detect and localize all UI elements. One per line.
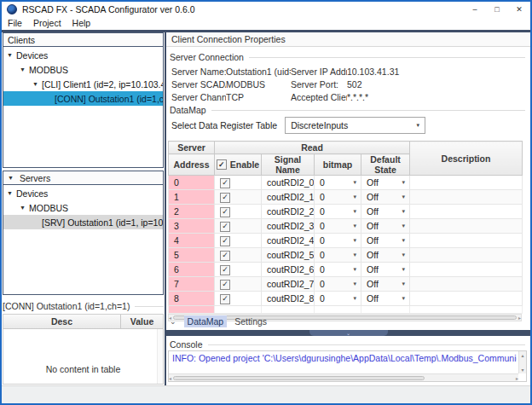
scroll-left-icon[interactable]: ◂ (169, 375, 171, 381)
signal-name-cell[interactable]: coutRDI2_3 (262, 219, 315, 234)
dropdown-arrow-icon[interactable]: ▾ (353, 179, 356, 186)
console-hscrollbar[interactable]: ◂ ▸ (169, 373, 518, 381)
default-state-cell[interactable]: Off▾ (361, 292, 410, 306)
description-cell[interactable] (410, 190, 523, 205)
tree-item[interactable]: [CONN] Outstation1 (id=1,ch=1) (3, 91, 163, 106)
dropdown-arrow-icon[interactable]: ▾ (402, 281, 405, 287)
splitter-handle[interactable]: ⌄ (309, 330, 388, 336)
checkbox-checked-icon[interactable]: ✓ (217, 159, 227, 170)
bitmap-cell[interactable]: 0▾ (315, 277, 361, 292)
signal-name-cell[interactable]: coutRDI2_0 (262, 176, 315, 190)
default-state-cell[interactable]: Off▾ (361, 234, 410, 248)
expander-icon[interactable]: ▼ (7, 190, 16, 196)
dropdown-arrow-icon[interactable]: ▾ (353, 295, 356, 302)
col-signal-name[interactable]: Signal Name (262, 154, 315, 176)
dropdown-arrow-icon[interactable]: ▾ (417, 122, 420, 129)
default-state-cell[interactable]: Off▾ (361, 277, 410, 292)
checkbox-checked-icon[interactable]: ✓ (220, 193, 230, 203)
dropdown-arrow-icon[interactable]: ▾ (402, 194, 405, 200)
scroll-right-icon[interactable]: ▸ (516, 375, 518, 381)
dropdown-arrow-icon[interactable]: ▾ (353, 208, 356, 215)
expander-icon[interactable]: ▼ (32, 81, 42, 87)
dropdown-arrow-icon[interactable]: ▾ (402, 208, 405, 215)
description-cell[interactable] (410, 234, 523, 248)
default-state-cell[interactable]: Off▾ (361, 176, 410, 190)
checkbox-checked-icon[interactable]: ✓ (220, 207, 230, 217)
menu-help[interactable]: Help (72, 18, 91, 28)
bitmap-cell[interactable]: 0▾ (315, 205, 361, 219)
enable-cell[interactable]: ✓ (215, 219, 262, 234)
dropdown-arrow-icon[interactable]: ▾ (402, 223, 405, 229)
default-state-cell[interactable]: Off▾ (361, 205, 410, 219)
default-state-cell[interactable]: Off▾ (361, 219, 410, 234)
col-group-server[interactable]: Server (169, 142, 215, 154)
scroll-right-icon[interactable]: ▸ (518, 315, 521, 321)
dropdown-arrow-icon[interactable]: ▾ (353, 266, 356, 273)
dropdown-arrow-icon[interactable]: ▾ (353, 223, 356, 229)
expander-icon[interactable]: ▼ (7, 52, 16, 58)
signal-name-cell[interactable]: coutRDI2_8 (262, 292, 315, 306)
col-bitmap[interactable]: bitmap (315, 154, 361, 176)
dropdown-arrow-icon[interactable]: ▾ (402, 237, 405, 244)
dropdown-arrow-icon[interactable]: ▾ (402, 179, 405, 186)
minimize-button[interactable]: – (464, 2, 486, 17)
col-enable[interactable]: ✓ Enable (215, 154, 262, 176)
description-cell[interactable] (410, 176, 523, 190)
horizontal-splitter[interactable]: ⌄ (166, 330, 530, 336)
dropdown-arrow-icon[interactable]: ▾ (353, 237, 356, 244)
bitmap-cell[interactable]: 0▾ (315, 190, 361, 205)
close-button[interactable]: ✕ (508, 2, 530, 17)
menu-file[interactable]: File (8, 18, 22, 28)
tree-item[interactable]: ▼ Devices (3, 186, 163, 200)
enable-cell[interactable]: ✓ (215, 277, 262, 292)
checkbox-checked-icon[interactable]: ✓ (220, 265, 230, 275)
description-cell[interactable] (410, 263, 523, 277)
register-table-dropdown[interactable]: DiscreteInputs ▾ (285, 117, 425, 134)
menu-project[interactable]: Project (33, 18, 61, 28)
expander-icon[interactable]: ▼ (20, 205, 29, 211)
tree-item[interactable]: ▼ MODBUS (3, 62, 163, 77)
maximize-button[interactable]: □ (486, 2, 508, 17)
default-state-cell[interactable]: Off▾ (361, 190, 410, 205)
checkbox-checked-icon[interactable]: ✓ (220, 280, 230, 290)
tab-settings[interactable]: Settings (234, 316, 267, 327)
col-address[interactable]: Address (169, 154, 215, 176)
scrollbar-thumb[interactable] (173, 376, 425, 380)
checkbox-checked-icon[interactable]: ✓ (220, 294, 230, 304)
console-vscrollbar[interactable]: ▴ ▾ (518, 351, 526, 373)
bitmap-cell[interactable]: 0▾ (315, 234, 361, 248)
dropdown-arrow-icon[interactable]: ▾ (402, 252, 405, 258)
dropdown-arrow-icon[interactable]: ▾ (402, 295, 405, 302)
bitmap-cell[interactable]: 0▾ (315, 292, 361, 306)
bitmap-cell[interactable]: 0▾ (315, 263, 361, 277)
default-state-cell[interactable]: Off▾ (361, 263, 410, 277)
checkbox-checked-icon[interactable]: ✓ (220, 236, 230, 246)
dropdown-arrow-icon[interactable]: ▾ (353, 281, 356, 287)
conn-table-scrollbar[interactable] (157, 329, 163, 384)
expander-icon[interactable]: ▼ (20, 67, 29, 72)
enable-cell[interactable]: ✓ (215, 263, 262, 277)
tree-item[interactable]: ▼ Devices (3, 48, 163, 62)
description-cell[interactable] (410, 292, 523, 306)
signal-name-cell[interactable]: coutRDI2_6 (262, 263, 315, 277)
signal-name-cell[interactable]: coutRDI2_1 (262, 190, 315, 205)
default-state-cell[interactable]: Off▾ (361, 248, 410, 263)
scroll-up-icon[interactable]: ▴ (521, 352, 523, 358)
signal-name-cell[interactable]: coutRDI2_2 (262, 205, 315, 219)
bitmap-cell[interactable]: 0▾ (315, 219, 361, 234)
bitmap-cell[interactable]: 0▾ (315, 248, 361, 263)
signal-name-cell[interactable]: coutRDI2_7 (262, 277, 315, 292)
enable-cell[interactable]: ✓ (215, 292, 262, 306)
collapse-icon[interactable]: ▼ (8, 175, 17, 181)
signal-name-cell[interactable]: coutRDI2_4 (262, 234, 315, 248)
enable-cell[interactable]: ✓ (215, 190, 262, 205)
description-cell[interactable] (410, 205, 523, 219)
checkbox-checked-icon[interactable]: ✓ (220, 222, 230, 232)
signal-name-cell[interactable]: coutRDI2_5 (262, 248, 315, 263)
col-group-read[interactable]: Read (215, 142, 410, 154)
tree-item[interactable]: ▼ [CLI] Client1 (id=2, ip=10.103.41.41) (3, 77, 163, 91)
enable-cell[interactable]: ✓ (215, 248, 262, 263)
dropdown-arrow-icon[interactable]: ▾ (353, 194, 356, 200)
scroll-down-icon[interactable]: ▾ (521, 367, 523, 373)
enable-cell[interactable]: ✓ (215, 205, 262, 219)
